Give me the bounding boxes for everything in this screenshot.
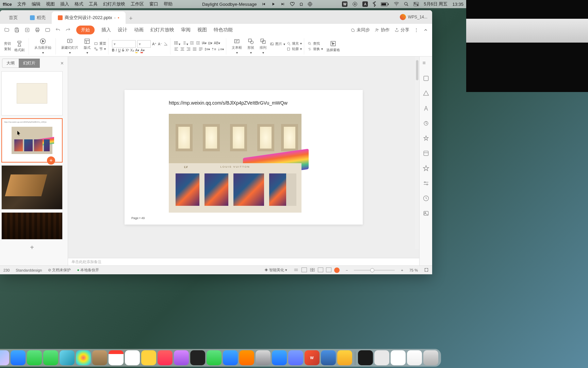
slide-thumb-prev[interactable] [1,71,63,116]
ribbon-tab-slideshow[interactable]: 幻灯片放映 [150,27,174,33]
slide-url-text[interactable]: https://mp.weixin.qq.com/s/BJlXp4pZVeItB… [169,100,353,106]
heart-icon[interactable] [290,2,295,6]
bold-button[interactable]: B [112,48,114,52]
ribbon-tab-review[interactable]: 审阅 [181,27,191,33]
dock-reminders-icon[interactable] [125,350,140,365]
dock-music-icon[interactable] [158,350,173,365]
smart-beautify[interactable]: ◈ 智能美化 ▾ [264,267,287,273]
sorter-view-icon[interactable] [301,267,307,272]
notes-placeholder[interactable]: 单击此处添加备注 [68,258,419,265]
font-size-select[interactable]: ▾ [137,40,151,48]
strikethrough-button[interactable]: S [122,48,124,52]
reset-button[interactable]: 重置 [94,41,106,46]
outline-button[interactable]: 轮廓▾ [287,47,302,51]
ribbon-tab-start[interactable]: 开始 [76,26,95,34]
battery-icon[interactable] [381,2,389,6]
menu-slideshow[interactable]: 幻灯片放映 [103,1,125,7]
record-icon[interactable] [352,1,358,7]
collaborate-button[interactable]: 协作 [375,27,390,33]
align-right-button[interactable] [186,47,191,52]
dock-pages-icon[interactable] [239,350,254,365]
dock-terminal-icon[interactable] [358,350,373,365]
dock-meeting-icon[interactable] [321,350,336,365]
input-method-icon[interactable]: A [362,1,368,7]
align-left-button[interactable] [174,47,179,52]
wifi-icon[interactable] [394,2,399,6]
preview-icon[interactable] [45,27,50,33]
notes-view-icon[interactable] [318,267,323,272]
slide-image[interactable]: LV LOUIS VUITTON [169,114,301,213]
slide-count[interactable]: 230 [3,268,10,272]
menu-tools[interactable]: 工具 [89,1,98,7]
ribbon-tab-design[interactable]: 设计 [118,27,127,33]
slides-tab[interactable]: 幻灯片 [19,59,40,68]
menu-workspace[interactable]: 工作区 [131,1,144,7]
shape-button[interactable]: 形状▾ [245,37,256,55]
zoom-slider[interactable] [354,270,395,271]
redo-icon[interactable] [65,27,71,33]
copy-button[interactable]: 复制 [4,47,11,51]
tab-docer[interactable]: 稻壳 [24,12,52,24]
format-painter-button[interactable]: 格式刷 [12,40,27,53]
dock-launchpad-icon[interactable] [0,350,9,365]
protection-status[interactable]: ⊘ 文档未保护 [48,267,71,273]
dock-photos-icon[interactable] [76,350,91,365]
dock-calendar-icon[interactable]: 6 [109,350,124,365]
user-account[interactable]: WPS_14... [400,14,427,20]
image-button[interactable]: 图片▾ [270,42,285,46]
spacing-after-button[interactable]: ⇣≡▾ [217,47,224,51]
tab-active-document[interactable]: 商业空间设计-2022.pptx ▫ • [52,12,126,24]
select-pane-button[interactable]: 选择窗格 [324,40,342,53]
vertical-scrollbar[interactable] [415,57,419,249]
align-center-button[interactable] [180,47,185,52]
animation-pane-icon[interactable] [423,120,429,127]
play-from-current-button[interactable]: 从当前开始 ▾ [32,37,53,55]
dock-wps-icon[interactable]: W [305,350,320,365]
increase-font-button[interactable]: A⁺ [152,42,157,46]
indent-decrease-button[interactable] [190,41,194,46]
collapse-ribbon-icon[interactable] [423,28,428,32]
bluetooth-icon[interactable] [373,1,376,7]
tab-home[interactable]: 首页 [3,12,24,24]
dock-finder3-icon[interactable] [391,350,406,365]
arrange-button[interactable]: 排列▾ [258,37,268,55]
line-spacing-button[interactable]: ‡≡▾ [205,47,210,51]
app-name[interactable]: ffice [3,2,12,7]
section-button[interactable]: 节 ▾ [94,47,106,51]
image-pane-icon[interactable] [423,210,429,217]
add-new-slide-button[interactable]: + [1,242,63,252]
italic-button[interactable]: I [116,48,117,52]
globe-icon[interactable] [308,2,312,6]
template-name[interactable]: Standarddesign [16,268,42,272]
open-icon[interactable] [4,27,10,33]
distribute-button[interactable] [198,47,203,52]
dock-podcasts-icon[interactable] [174,350,189,365]
now-playing[interactable]: Daylight Goodbye-Message [202,2,257,7]
panel-close-icon[interactable]: × [59,60,66,66]
outline-tab[interactable]: 大纲 [2,59,19,68]
slide-canvas-viewport[interactable]: https://mp.weixin.qq.com/s/BJlXp4pZVeItB… [68,57,419,258]
effect-pane-icon[interactable] [423,135,429,142]
spacing-before-button[interactable]: ⇡≡ [211,47,216,51]
dock-finder2-icon[interactable] [374,350,389,365]
highlight-button[interactable]: A▾ [135,48,140,52]
date-label[interactable]: 5月6日 周五 [424,1,447,7]
find-button[interactable]: 查找 [308,41,323,46]
fit-window-icon[interactable] [424,267,429,273]
numbering-button[interactable]: ▾ [182,41,188,46]
ribbon-tab-view[interactable]: 视图 [197,27,207,33]
dock-safari-icon[interactable] [11,350,26,365]
dock-facetime-icon[interactable] [27,350,42,365]
spotlight-icon[interactable] [404,2,409,6]
dock-trash-icon[interactable] [423,350,438,365]
comment-view-icon[interactable] [326,267,331,272]
replace-button[interactable]: 替换▾ [308,47,323,51]
zoom-out-button[interactable]: − [346,268,348,272]
dock-settings-icon[interactable] [256,350,271,365]
menu-view[interactable]: 视图 [46,1,55,7]
layout-button[interactable]: 版式 ▾ [82,37,93,55]
fill-button[interactable]: 填充▾ [287,41,302,46]
ribbon-tab-animation[interactable]: 动画 [134,27,144,33]
reading-view-icon[interactable] [310,267,315,272]
dock-keynote-icon[interactable] [223,350,238,365]
